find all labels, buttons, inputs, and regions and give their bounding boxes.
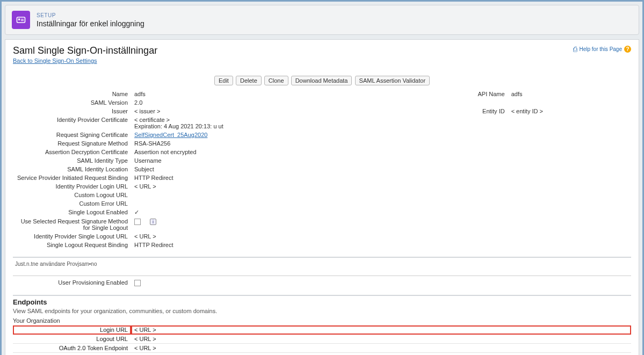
value-req-sig-method: RSA-SHA256 (131, 139, 438, 148)
back-link[interactable]: Back to Single Sign-On Settings (13, 57, 97, 64)
label-slo-binding: Single Logout Request Binding (13, 241, 131, 249)
jit-section-label: Just.n.tne användare Provjsam•no (13, 260, 631, 268)
value-entity-id: < entity ID > (508, 107, 631, 115)
help-text: Help for this Page (580, 46, 623, 52)
value-saml-version: 2.0 (131, 98, 438, 107)
detail-table: Name adfs API Name adfs SAML Version 2.0… (13, 90, 631, 249)
page-header-card: SETUP Inställningar för enkel inloggning (5, 5, 639, 35)
page-title-row: Saml Single Sign-On-inställningar Back t… (13, 45, 631, 64)
idp-cert-value: < certificate > (134, 117, 170, 123)
button-row-top: Edit Delete Clone Download Metadata SAML… (13, 76, 631, 85)
label-custom-logout: Custom Logout URL (13, 191, 131, 199)
value-idp-cert: < certificate > Expiration: 4 Aug 2021 2… (131, 115, 438, 131)
label-idp-slo-url: Identity Provider Single Logout URL (13, 232, 131, 241)
idp-cert-expiration: Expiration: 4 Aug 2021 20:13: u ut (134, 123, 223, 129)
jit-table: User Provisioning Enabled (13, 278, 631, 287)
page-title: Saml Single Sign-On-inställningar (13, 45, 157, 56)
label-custom-error: Custom Error URL (13, 199, 131, 208)
value-assert-decrypt: Assertion not encrypted (131, 148, 438, 156)
label-sp-binding: Service Provider Initiated Request Bindi… (13, 173, 131, 182)
divider-jit-thin (13, 276, 631, 276)
label-identity-location: SAML Identity Location (13, 165, 131, 173)
label-logout-url: Logout URL (13, 335, 131, 344)
info-icon[interactable]: i (150, 219, 156, 225)
value-identity-type: Username (131, 156, 438, 165)
divider-endpoints (13, 295, 631, 296)
value-sp-binding: HTTP Redirect (131, 173, 438, 182)
label-api-name: API Name (438, 90, 508, 98)
checkbox-unchecked-icon (134, 280, 141, 286)
header-texts: SETUP Inställningar för enkel inloggning (37, 12, 144, 28)
value-custom-logout (131, 191, 438, 199)
org-label: Your Organization (13, 317, 631, 324)
label-idp-login-url: Identity Provider Login URL (13, 182, 131, 191)
clone-button[interactable]: Clone (264, 76, 288, 85)
value-name: adfs (131, 90, 438, 98)
label-saml-version: SAML Version (13, 98, 131, 107)
delete-button[interactable]: Delete (236, 76, 262, 85)
checkbox-unchecked-icon (134, 219, 141, 225)
value-use-req-sig: i (131, 217, 438, 232)
value-idp-login-url: < URL > (131, 182, 438, 191)
value-idp-slo-url: < URL > (131, 232, 438, 241)
title-block: Saml Single Sign-On-inställningar Back t… (13, 45, 157, 64)
label-entity-id: Entity ID (438, 107, 508, 115)
label-idp-cert: Identity Provider Certificate (13, 115, 131, 131)
setup-label: SETUP (37, 12, 144, 18)
value-req-sign-cert[interactable]: SelfSignedCert_25Aug2020 (134, 132, 207, 138)
download-metadata-button[interactable]: Download Metadata (291, 76, 352, 85)
value-identity-location: Subject (131, 165, 438, 173)
content-area: Saml Single Sign-On-inställningar Back t… (5, 39, 639, 355)
value-custom-error (131, 199, 438, 208)
label-user-provisioning: User Provisioning Enabled (13, 278, 131, 287)
label-req-sign-cert: Request Signing Certificate (13, 131, 131, 139)
saml-validator-button[interactable]: SAML Assertion Validator (355, 76, 430, 85)
value-login-url: < URL > (131, 325, 631, 335)
value-slo-binding: HTTP Redirect (131, 241, 438, 249)
label-assert-decrypt: Assertion Decryption Certificate (13, 148, 131, 156)
svg-rect-2 (21, 19, 24, 19)
label-identity-type: SAML Identity Type (13, 156, 131, 165)
sso-settings-icon (12, 11, 30, 29)
label-name: Name (13, 90, 131, 98)
label-oauth-endpoint: OAuth 2.0 Token Endpoint (13, 344, 131, 353)
label-use-req-sig: Use Selected Request Signature Method fo… (13, 217, 131, 232)
value-slo-enabled: ✓ (131, 208, 438, 217)
printer-icon: ⎙ (573, 45, 577, 53)
svg-rect-3 (21, 20, 24, 21)
help-icon: ? (624, 46, 631, 53)
login-url-row: Login URL < URL > (13, 325, 631, 335)
label-slo-enabled: Single Logout Enabled (13, 208, 131, 217)
endpoints-heading: Endpoints (13, 298, 631, 306)
value-api-name: adfs (508, 90, 631, 98)
endpoints-subtext: View SAML endpoints for your organizatio… (13, 308, 631, 314)
value-oauth-endpoint: < URL > (131, 344, 631, 353)
label-issuer: Issuer (13, 107, 131, 115)
endpoints-table: Login URL < URL > Logout URL < URL > OAu… (13, 325, 631, 353)
svg-rect-1 (18, 19, 20, 20)
value-logout-url: < URL > (131, 335, 631, 344)
label-login-url: Login URL (13, 325, 131, 335)
app-frame: SETUP Inställningar för enkel inloggning… (0, 0, 644, 355)
label-req-sig-method: Request Signature Method (13, 139, 131, 148)
header-title: Inställningar för enkel inloggning (37, 19, 144, 28)
value-issuer: < issuer > (131, 107, 438, 115)
edit-button[interactable]: Edit (214, 76, 233, 85)
help-link[interactable]: ⎙ Help for this Page ? (573, 45, 632, 53)
divider-jit (13, 257, 631, 258)
svg-rect-0 (17, 17, 25, 23)
value-user-provisioning (131, 278, 381, 287)
